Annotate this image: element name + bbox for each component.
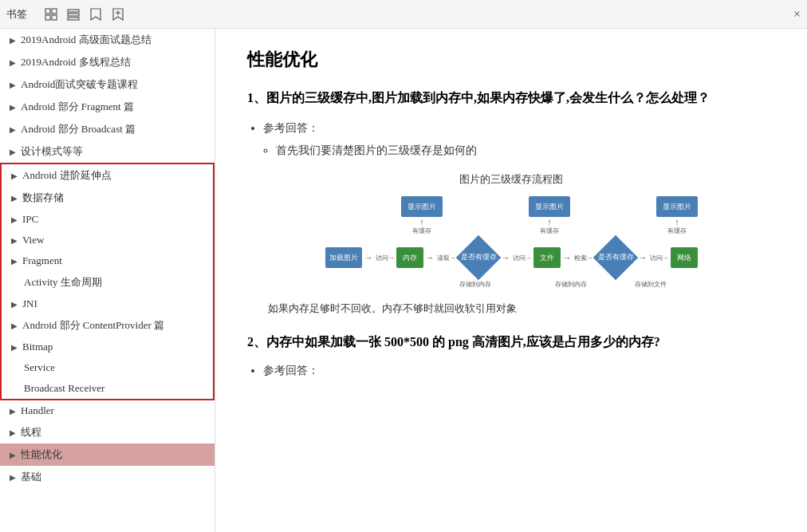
sidebar-item-5[interactable]: ▶ Android 部分 Broadcast 篇 — [0, 118, 215, 140]
arrow-icon: ▶ — [10, 148, 16, 156]
sidebar-item-8[interactable]: ▶ 数据存储 — [2, 187, 213, 209]
file-node: 文件 — [533, 247, 561, 268]
arrow-4: → — [563, 253, 572, 262]
close-button[interactable]: × — [793, 7, 801, 22]
sidebar-item-label: Android 部分 Broadcast 篇 — [21, 122, 136, 136]
q2-title: 2、内存中如果加载一张 500*500 的 png 高清图片,应该是占用多少的内… — [247, 332, 775, 353]
display3-node: 显示图片 — [656, 196, 698, 217]
q1-answer-item: 参考回答： 首先我们要清楚图片的三级缓存是如何的 — [263, 120, 775, 160]
arrow-icon: ▶ — [11, 215, 18, 224]
list-icon[interactable] — [65, 6, 81, 22]
sidebar-item-11[interactable]: ▶ Fragment — [2, 250, 213, 271]
q1-note: 如果内存足够时不回收。内存不够时就回收软引用对象 — [247, 301, 775, 316]
sidebar-item-label: Fragment — [22, 254, 62, 267]
arrow-icon: ▶ — [11, 257, 18, 266]
sidebar-boxed-group: ▶ Android 进阶延伸点 ▶ 数据存储 ▶ IPC ▶ View ▶ Fr… — [0, 163, 215, 400]
sidebar-item-9[interactable]: ▶ IPC — [2, 209, 213, 230]
arrow-icon: ▶ — [10, 58, 16, 67]
sidebar-item-label: 性能优化 — [21, 447, 62, 462]
sidebar-item-19[interactable]: ▶ 线程 — [0, 421, 215, 443]
svg-rect-5 — [68, 14, 79, 16]
flow-diagram-container: 图片的三级缓存流程图 显示图片 ↑ 有缓存 显示图片 ↑ 有缓存 显示图片 ↑ … — [247, 172, 775, 289]
sidebar-item-label: 设计模式等等 — [21, 144, 83, 159]
sidebar-item-label: Android 部分 Fragment 篇 — [21, 100, 134, 114]
answer-label: 参考回答： — [263, 122, 319, 134]
arrow-icon: ▶ — [10, 125, 16, 134]
grid-icon[interactable] — [43, 6, 59, 22]
arrow-icon: ▶ — [10, 36, 16, 45]
sidebar-item-label: Service — [24, 361, 55, 374]
memory-node: 内存 — [396, 247, 423, 268]
arrow-icon: ▶ — [10, 428, 16, 437]
arrow-icon: ▶ — [11, 300, 18, 309]
arrow-5: → — [639, 253, 648, 262]
network-node: 网络 — [671, 247, 698, 268]
arrow-2: → — [426, 253, 435, 262]
sidebar-item-13[interactable]: ▶ JNI — [2, 294, 213, 314]
sidebar-item-4[interactable]: ▶ Android 部分 Fragment 篇 — [0, 96, 215, 118]
q2-answer-list: 参考回答： — [263, 362, 775, 380]
svg-rect-6 — [68, 18, 79, 20]
has-memory-diamond: 是否有缓存 — [458, 237, 499, 278]
sidebar-item-label: Activity 生命周期 — [24, 275, 102, 290]
sidebar-item-label: 线程 — [21, 425, 41, 439]
sidebar-item-18[interactable]: ▶ Handler — [0, 400, 215, 421]
arrow-icon: ▶ — [10, 451, 16, 459]
q1-answer-list: 参考回答： 首先我们要清楚图片的三级缓存是如何的 — [263, 120, 775, 160]
sidebar-item-7[interactable]: ▶ Android 进阶延伸点 — [2, 164, 213, 187]
sidebar-item-15[interactable]: ▶ Bitmap — [2, 337, 213, 357]
svg-rect-3 — [52, 15, 57, 20]
sidebar-item-label: 2019Android 高级面试题总结 — [21, 33, 152, 47]
toolbar-title: 书签 — [6, 7, 27, 22]
sidebar-item-label: Handler — [21, 404, 54, 417]
sidebar-item-1[interactable]: ▶ 2019Android 高级面试题总结 — [0, 29, 215, 51]
sidebar-item-label: Android 部分 ContentProvider 篇 — [22, 318, 164, 333]
svg-rect-1 — [52, 9, 57, 14]
diagram-title: 图片的三级缓存流程图 — [247, 172, 775, 187]
q2-answer-item: 参考回答： — [263, 362, 775, 380]
arrow-icon: ▶ — [11, 236, 18, 245]
sidebar-item-label: Android面试突破专题课程 — [21, 77, 138, 92]
sidebar-item-14[interactable]: ▶ Android 部分 ContentProvider 篇 — [2, 314, 213, 337]
arrow-icon: ▶ — [11, 194, 18, 203]
q2-answer-label: 参考回答： — [263, 365, 319, 376]
sidebar-item-17[interactable]: Broadcast Receiver — [2, 378, 213, 399]
sidebar-item-label: 2019Android 多线程总结 — [21, 55, 131, 69]
sidebar-item-label: Broadcast Receiver — [24, 382, 104, 395]
sidebar-item-label: 数据存储 — [22, 191, 64, 205]
display1-node: 显示图片 — [401, 196, 443, 217]
bookmark-icon[interactable] — [88, 6, 104, 22]
sidebar: ▶ 2019Android 高级面试题总结 ▶ 2019Android 多线程总… — [0, 29, 215, 532]
has-file-diamond: 是否有缓存 — [595, 237, 636, 278]
sidebar-item-label: Bitmap — [22, 341, 53, 353]
svg-rect-4 — [68, 10, 79, 12]
arrow-icon: ▶ — [11, 321, 18, 330]
svg-rect-0 — [45, 9, 50, 14]
sidebar-item-label: JNI — [22, 298, 37, 310]
sidebar-item-label: Android 进阶延伸点 — [22, 168, 112, 183]
sidebar-item-label: IPC — [22, 213, 38, 226]
sidebar-item-21[interactable]: ▶ 基础 — [0, 466, 215, 488]
toolbar: 书签 — [0, 0, 807, 29]
load-node: 加载图片 — [325, 247, 362, 268]
arrow-icon: ▶ — [10, 81, 16, 89]
q1-sub-answer: 首先我们要清楚图片的三级缓存是如何的 — [276, 142, 775, 160]
svg-rect-2 — [45, 15, 50, 20]
arrow-icon: ▶ — [10, 473, 16, 482]
arrow-icon: ▶ — [10, 103, 16, 112]
sidebar-item-label: View — [22, 234, 44, 246]
q1-title: 1、图片的三级缓存中,图片加载到内存中,如果内存快爆了,会发生什么？怎么处理？ — [247, 88, 775, 108]
sidebar-item-2[interactable]: ▶ 2019Android 多线程总结 — [0, 51, 215, 73]
content-area: 性能优化 1、图片的三级缓存中,图片加载到内存中,如果内存快爆了,会发生什么？怎… — [215, 29, 807, 532]
sidebar-item-16[interactable]: Service — [2, 357, 213, 378]
sidebar-item-6[interactable]: ▶ 设计模式等等 — [0, 140, 215, 163]
arrow-icon: ▶ — [11, 171, 18, 180]
sidebar-item-10[interactable]: ▶ View — [2, 230, 213, 250]
arrow-icon: ▶ — [11, 343, 18, 352]
sidebar-item-12[interactable]: Activity 生命周期 — [2, 271, 213, 294]
arrow-1: → — [364, 253, 373, 262]
sidebar-item-3[interactable]: ▶ Android面试突破专题课程 — [0, 73, 215, 96]
arrow-icon: ▶ — [10, 407, 16, 416]
bookmark2-icon[interactable] — [110, 6, 126, 22]
sidebar-item-20[interactable]: ▶ 性能优化 — [0, 443, 215, 466]
